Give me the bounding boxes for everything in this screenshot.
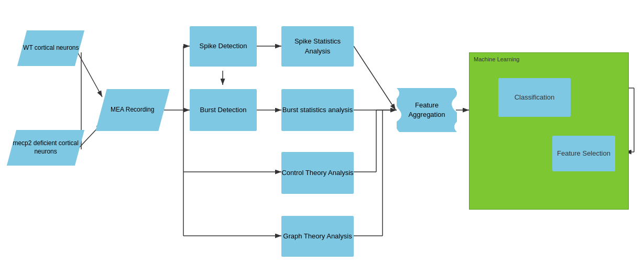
diagram: WT cortical neurons mecp2 deficient cort…: [0, 0, 644, 262]
spike-stats-node: Spike Statistics Analysis: [281, 26, 354, 67]
wt-neurons-node: WT cortical neurons: [17, 30, 84, 66]
feature-aggregation-node: Feature Aggregation: [397, 88, 457, 132]
spike-detection-node: Spike Detection: [190, 26, 257, 67]
mecp2-neurons-node: mecp2 deficient cortical neurons: [7, 130, 84, 166]
burst-detection-node: Burst Detection: [190, 89, 257, 131]
svg-line-13: [354, 46, 396, 110]
mea-recording-node: MEA Recording: [95, 89, 169, 131]
classification-node: Classification: [498, 78, 571, 117]
feature-selection-node: Feature Selection: [552, 136, 615, 171]
ml-container: Machine Learning Classification Feature …: [469, 52, 629, 210]
burst-stats-node: Burst statistics analysis: [281, 89, 354, 131]
ml-label: Machine Learning: [474, 56, 519, 62]
graph-theory-node: Graph Theory Analysis: [281, 216, 354, 257]
svg-line-1: [78, 52, 102, 97]
control-theory-node: Control Theory Analysis: [281, 152, 354, 194]
